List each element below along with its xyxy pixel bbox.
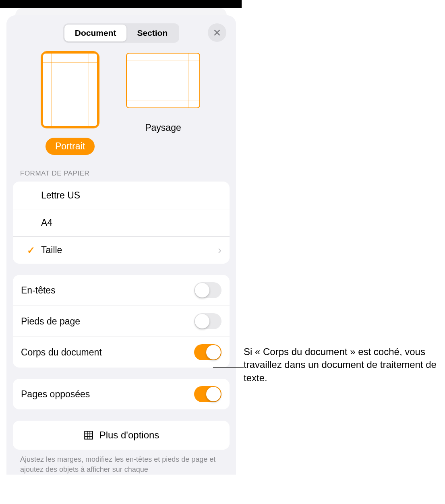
facing-row: Pages opposées	[13, 379, 230, 409]
checkmark-icon: ✓	[27, 245, 35, 256]
close-icon	[213, 29, 221, 37]
orientation-landscape[interactable]: Paysage	[125, 52, 201, 155]
body-toggle[interactable]	[194, 344, 221, 360]
paper-letter-row[interactable]: Lettre US	[13, 182, 230, 209]
footers-label: Pieds de page	[21, 316, 194, 327]
panel-header: Document Section	[6, 23, 236, 52]
portrait-preview	[41, 52, 99, 128]
paper-size-group: Lettre US A4 ✓ Taille ›	[13, 182, 230, 264]
paper-size-label: Taille	[41, 245, 218, 256]
footers-row: Pieds de page	[13, 306, 230, 337]
paper-section-title: FORMAT DE PAPIER	[6, 169, 236, 182]
facing-label: Pages opposées	[21, 389, 194, 400]
orientation-portrait[interactable]: Portrait	[41, 52, 99, 155]
tab-section[interactable]: Section	[126, 25, 178, 41]
paper-size-row[interactable]: ✓ Taille ›	[13, 236, 230, 264]
svg-rect-0	[85, 431, 93, 439]
paper-a4-label: A4	[41, 217, 221, 228]
footers-toggle[interactable]	[194, 313, 221, 329]
headers-label: En-têtes	[21, 285, 194, 296]
body-row: Corps du document	[13, 337, 230, 368]
portrait-label: Portrait	[46, 138, 95, 155]
headers-toggle[interactable]	[194, 282, 221, 298]
body-label: Corps du document	[21, 347, 194, 358]
tab-segmented-control: Document Section	[63, 23, 180, 43]
tab-document[interactable]: Document	[64, 25, 127, 41]
orientation-selector: Portrait Paysage	[6, 52, 236, 169]
document-options-panel: Document Section Portrait Paysage	[6, 15, 236, 475]
facing-pages-group: Pages opposées	[13, 379, 230, 409]
landscape-page-icon	[126, 53, 200, 108]
device-status-bar	[0, 0, 242, 8]
more-options-hint: Ajustez les marges, modifiez les en-tête…	[6, 454, 236, 475]
paper-a4-row[interactable]: A4	[13, 209, 230, 236]
more-options-button[interactable]: Plus d'options	[13, 421, 230, 450]
paper-letter-label: Lettre US	[41, 190, 221, 201]
callout-text: Si « Corps du document » est coché, vous…	[244, 345, 437, 384]
headers-row: En-têtes	[13, 275, 230, 306]
close-button[interactable]	[208, 23, 226, 42]
facing-toggle[interactable]	[194, 386, 221, 402]
landscape-label: Paysage	[135, 119, 191, 136]
landscape-preview	[125, 52, 201, 109]
document-toggles-group: En-têtes Pieds de page Corps du document	[13, 275, 230, 368]
callout-leader-line	[213, 367, 244, 368]
grid-icon	[83, 430, 94, 440]
chevron-right-icon: ›	[218, 244, 221, 256]
more-options-label: Plus d'options	[99, 430, 159, 441]
portrait-page-icon	[42, 53, 98, 127]
